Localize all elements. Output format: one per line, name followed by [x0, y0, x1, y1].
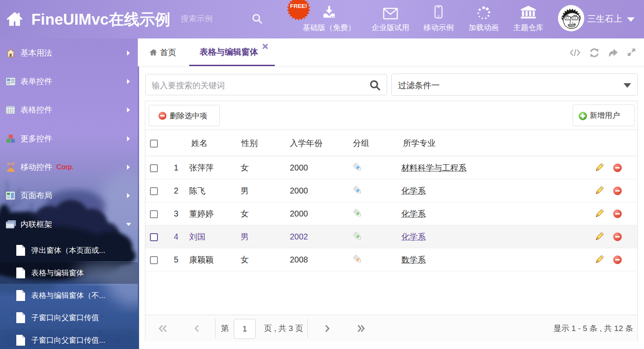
svg-text:FREE!: FREE!: [290, 3, 307, 9]
